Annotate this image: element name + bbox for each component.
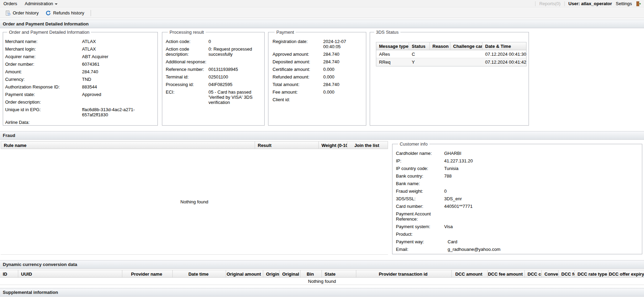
refunds-history-label: Refunds history — [53, 10, 84, 15]
field-label: Action code: — [166, 39, 208, 44]
menu-administration[interactable]: Administration — [21, 0, 61, 7]
field-label: Order description: — [5, 99, 82, 105]
column-header-provider-name[interactable]: Provider name — [122, 270, 173, 277]
current-user-label: User: atlax_operator — [569, 1, 612, 6]
column-header-date-time[interactable]: Date & Time — [482, 42, 526, 50]
field-row: Total amount:284.740 — [273, 82, 364, 87]
field-row: Action code description:0: Request proce… — [166, 46, 262, 57]
supplemental-section-header: Supplemental information — [0, 288, 644, 297]
column-header-dcc-rate-type[interactable]: DCC rate type — [575, 270, 609, 277]
field-value — [444, 232, 640, 237]
field-row: Payment Account Reference: — [396, 211, 640, 222]
cell-challenge-cancel — [450, 50, 482, 58]
field-label: Unique id in EPG: — [5, 107, 82, 117]
field-label: Total amount: — [273, 82, 323, 87]
field-value: 0.000 — [323, 89, 364, 95]
column-header-dcc-amount[interactable]: DCC amount — [452, 270, 488, 277]
field-value: 0 — [208, 39, 262, 44]
column-header-reason[interactable]: Reason — [430, 42, 450, 50]
field-row: Email:g_radhouane@yahoo.com — [396, 247, 640, 252]
column-header-id[interactable]: ID — [0, 270, 18, 277]
threeds-panel-legend: 3DS Status — [374, 30, 400, 35]
field-row: 3DS/SSL:3DS_enr — [396, 196, 640, 201]
menubar-right: Reports(0) User: atlax_operator Settings — [535, 1, 642, 7]
field-value: ATLAX — [82, 46, 155, 52]
cell-date-time: 07.12.2024 00:41:30 — [482, 50, 526, 58]
field-row: Certificate amount:0.000 — [273, 67, 364, 72]
page-title-text: Order and Payment Detailed Information — [3, 21, 89, 26]
field-row: Deposited amount:284.740 — [273, 59, 364, 64]
field-label: Payment Account Reference: — [396, 211, 444, 222]
field-row: Refunded amount:0.000 — [273, 74, 364, 79]
column-header-bin[interactable]: Bin — [300, 270, 322, 277]
column-header-rule-name[interactable]: Rule name — [1, 141, 255, 149]
page-title: Order and Payment Detailed Information — [0, 20, 644, 28]
cell-reason — [430, 58, 450, 66]
menu-settings[interactable]: Settings — [616, 1, 632, 6]
field-row: Payment system:Visa — [396, 224, 640, 229]
field-row: Additional response: — [166, 59, 262, 64]
column-header-original-fee[interactable]: Original f — [263, 270, 279, 277]
menu-reports[interactable]: Reports(0) — [539, 1, 560, 6]
column-header-uuid[interactable]: UUID — [18, 270, 122, 277]
toolbar-divider — [91, 10, 91, 16]
field-value — [323, 97, 364, 102]
column-header-date-time[interactable]: Date time — [173, 270, 226, 277]
column-header-state[interactable]: State — [322, 270, 356, 277]
column-header-original-amount[interactable]: Original amount — [226, 270, 263, 277]
field-value — [444, 211, 640, 222]
menubar-divider — [564, 1, 565, 6]
field-label: Card number: — [396, 204, 444, 209]
column-header-message-type[interactable]: Message type — [376, 42, 409, 50]
fraud-table-empty-state: Nothing found — [1, 149, 388, 255]
field-row: Currency:TND — [5, 77, 155, 82]
field-row: Approved amount:284.740 — [273, 52, 364, 57]
field-row: Authorization Response ID:883544 — [5, 84, 155, 89]
order-history-button[interactable]: Order history — [2, 9, 42, 17]
field-value: 284.740 — [323, 59, 364, 64]
column-header-dcc-currency[interactable]: DCC curr — [525, 270, 542, 277]
field-label: Fraud weight: — [396, 189, 444, 194]
field-row: Order number:6074361 — [5, 62, 155, 67]
field-value: 04IF082595 — [208, 82, 262, 87]
column-header-dcc-offer-expiry[interactable]: DCC offer expiry — [609, 270, 644, 277]
field-label: Product: — [396, 232, 444, 237]
field-label: Airline Data: — [5, 120, 82, 125]
field-row: Processing id:04IF082595 — [166, 82, 262, 87]
column-header-challenge-cancel[interactable]: Challenge cancel — [450, 42, 482, 50]
column-header-conversion[interactable]: Conversi — [542, 270, 559, 277]
field-label: Additional response: — [166, 59, 208, 64]
supplemental-section-title: Supplemental information — [3, 290, 58, 295]
field-row: Merchant login:ATLAX — [5, 46, 155, 52]
field-value: 0.000 — [323, 67, 364, 72]
field-label: Registration date: — [273, 39, 323, 49]
field-label: Acquirer name: — [5, 54, 82, 59]
cell-date-time: 07.12.2024 00:41:42 — [482, 58, 526, 66]
field-value: TND — [82, 77, 155, 82]
field-label: Bank country: — [396, 173, 444, 179]
field-row: Action code:0 — [166, 39, 262, 44]
menubar-divider — [535, 1, 535, 6]
column-header-result[interactable]: Result — [255, 141, 319, 149]
menu-orders[interactable]: Orders — [2, 0, 21, 7]
column-header-status[interactable]: Status — [409, 42, 430, 50]
field-value: 788 — [444, 173, 640, 179]
column-header-original-currency[interactable]: Original c — [279, 270, 300, 277]
column-header-provider-transaction-id[interactable]: Provider transaction id — [356, 270, 452, 277]
table-row[interactable]: ARes C 07.12.2024 00:41:30 — [376, 50, 526, 58]
cell-reason — [430, 50, 450, 58]
field-value — [208, 59, 262, 64]
field-label: Approved amount: — [273, 52, 323, 57]
refunds-history-button[interactable]: Refunds history — [42, 9, 87, 17]
field-row: Acquirer name:ABT Acquirer — [5, 54, 155, 59]
column-header-dcc-fee[interactable]: DCC fee — [559, 270, 575, 277]
table-row[interactable]: RReq Y 07.12.2024 00:41:42 — [376, 58, 526, 66]
refresh-icon — [45, 10, 51, 16]
field-row: Merchant name:ATLAX — [5, 39, 155, 44]
field-label: Email: — [396, 247, 444, 252]
column-header-join-the-list[interactable]: Join the list — [347, 141, 388, 149]
logout-door-icon[interactable] — [636, 1, 641, 7]
column-header-dcc-fee-amount[interactable]: DCC fee amount — [488, 270, 525, 277]
column-header-weight[interactable]: Weight (0-100) — [319, 141, 347, 149]
field-row: Card number:440501**7771 — [396, 204, 640, 209]
